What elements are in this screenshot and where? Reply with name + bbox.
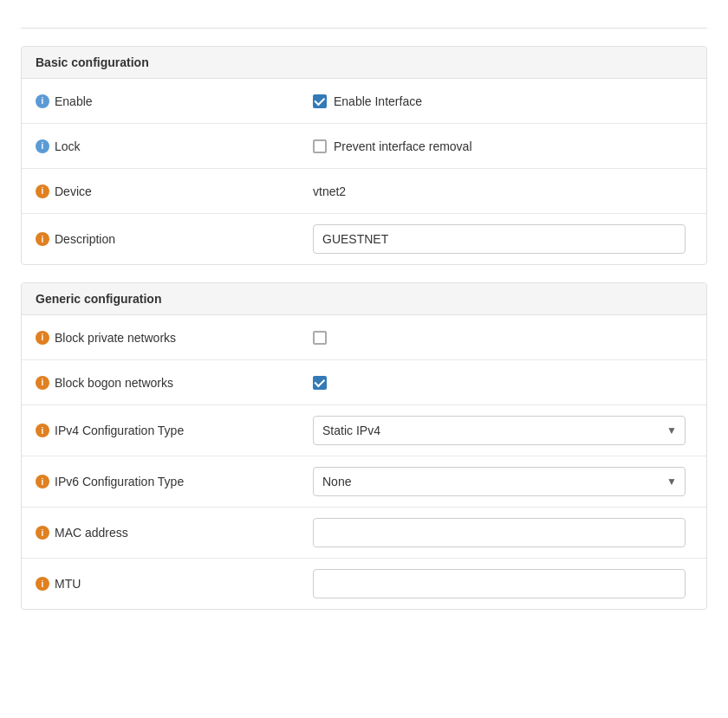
checkbox-block-private[interactable] (313, 331, 327, 345)
label-text-enable: Enable (55, 94, 93, 108)
form-control-block-bogon (313, 376, 692, 390)
select-ipv4-type[interactable]: Static IPv4DHCPNone (313, 416, 686, 445)
checkbox-wrapper-block-private[interactable] (313, 331, 327, 345)
form-control-description (313, 224, 692, 254)
form-row-block-private: iBlock private networks (22, 315, 706, 360)
label-text-block-private: Block private networks (55, 331, 176, 345)
select-wrapper-ipv4-type: Static IPv4DHCPNone▼ (313, 416, 686, 445)
info-icon-ipv4-type[interactable]: i (36, 424, 49, 437)
label-text-ipv4-type: IPv4 Configuration Type (55, 424, 184, 437)
page-container: Basic configurationiEnableEnable Interfa… (0, 0, 728, 718)
checkbox-block-bogon[interactable] (313, 376, 327, 390)
text-input-mac-address[interactable] (313, 518, 686, 547)
section-header-generic: Generic configuration (22, 283, 706, 315)
label-text-device: Device (55, 184, 92, 198)
info-icon-lock[interactable]: i (36, 139, 49, 153)
checkbox-enable[interactable] (313, 94, 327, 108)
form-label-device: iDevice (36, 184, 313, 198)
form-control-mac-address (313, 518, 692, 547)
info-icon-block-private[interactable]: i (36, 331, 49, 345)
info-icon-mtu[interactable]: i (36, 577, 49, 591)
form-row-lock: iLockPrevent interface removal (22, 124, 706, 169)
label-text-block-bogon: Block bogon networks (55, 376, 173, 390)
section-generic: Generic configurationiBlock private netw… (21, 282, 707, 610)
info-icon-enable[interactable]: i (36, 94, 49, 108)
label-text-mac-address: MAC address (55, 526, 128, 540)
form-control-device: vtnet2 (313, 184, 692, 198)
info-icon-ipv6-type[interactable]: i (36, 475, 49, 488)
form-label-ipv4-type: iIPv4 Configuration Type (36, 424, 313, 437)
form-control-block-private (313, 331, 692, 345)
label-text-description: Description (55, 232, 115, 246)
form-row-device: iDevicevtnet2 (22, 169, 706, 214)
checkbox-label-lock: Prevent interface removal (334, 139, 472, 153)
form-row-ipv4-type: iIPv4 Configuration TypeStatic IPv4DHCPN… (22, 405, 706, 456)
text-input-mtu[interactable] (313, 569, 686, 598)
form-label-description: iDescription (36, 232, 313, 246)
checkbox-wrapper-block-bogon[interactable] (313, 376, 327, 390)
select-ipv6-type[interactable]: NoneStatic IPv6DHCPv6SLAAC (313, 467, 686, 496)
form-control-ipv4-type: Static IPv4DHCPNone▼ (313, 416, 692, 445)
form-row-mac-address: iMAC address (22, 508, 706, 559)
form-row-mtu: iMTU (22, 559, 706, 609)
form-label-mtu: iMTU (36, 577, 313, 591)
static-value-device: vtnet2 (313, 184, 346, 198)
checkbox-wrapper-lock[interactable]: Prevent interface removal (313, 139, 472, 153)
section-basic: Basic configurationiEnableEnable Interfa… (21, 46, 707, 265)
select-wrapper-ipv6-type: NoneStatic IPv6DHCPv6SLAAC▼ (313, 467, 686, 496)
form-label-ipv6-type: iIPv6 Configuration Type (36, 475, 313, 488)
form-label-enable: iEnable (36, 94, 313, 108)
form-control-enable: Enable Interface (313, 94, 692, 108)
page-title (21, 17, 707, 29)
form-row-ipv6-type: iIPv6 Configuration TypeNoneStatic IPv6D… (22, 456, 706, 508)
form-control-lock: Prevent interface removal (313, 139, 692, 153)
info-icon-device[interactable]: i (36, 184, 49, 198)
form-control-ipv6-type: NoneStatic IPv6DHCPv6SLAAC▼ (313, 467, 692, 496)
form-label-block-private: iBlock private networks (36, 331, 313, 345)
checkbox-wrapper-enable[interactable]: Enable Interface (313, 94, 422, 108)
form-row-enable: iEnableEnable Interface (22, 79, 706, 124)
label-text-mtu: MTU (55, 577, 81, 591)
label-text-lock: Lock (55, 139, 81, 153)
label-text-ipv6-type: IPv6 Configuration Type (55, 475, 184, 488)
form-row-description: iDescription (22, 214, 706, 264)
section-header-basic: Basic configuration (22, 47, 706, 79)
checkbox-label-enable: Enable Interface (334, 94, 422, 108)
text-input-description[interactable] (313, 224, 686, 254)
form-label-block-bogon: iBlock bogon networks (36, 376, 313, 390)
info-icon-block-bogon[interactable]: i (36, 376, 49, 390)
checkbox-lock[interactable] (313, 139, 327, 153)
form-control-mtu (313, 569, 692, 598)
info-icon-mac-address[interactable]: i (36, 526, 49, 540)
form-label-lock: iLock (36, 139, 313, 153)
form-row-block-bogon: iBlock bogon networks (22, 360, 706, 405)
info-icon-description[interactable]: i (36, 232, 49, 246)
form-label-mac-address: iMAC address (36, 526, 313, 540)
